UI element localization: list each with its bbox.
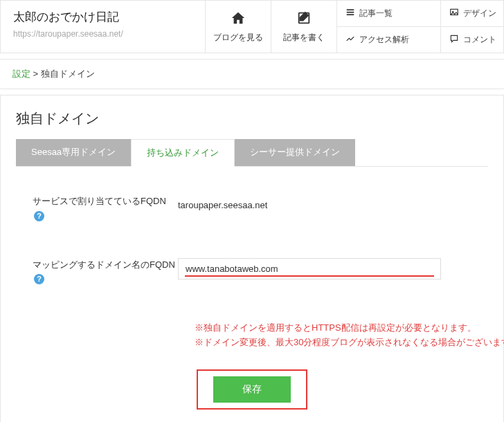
domain-input-highlight [178, 258, 441, 279]
svg-rect-3 [347, 14, 354, 15]
view-blog-button[interactable]: ブログを見る [206, 1, 271, 53]
tab-seesaa-domain[interactable]: Seesaa専用ドメイン [16, 139, 131, 166]
domain-tabs: Seesaa専用ドメイン 持ち込みドメイン シーサー提供ドメイン [16, 139, 488, 167]
label-mapping-fqdn-text: マッピングするドメイン名のFQDN [33, 259, 175, 270]
comment-label: コメント [463, 34, 496, 46]
label-assigned-fqdn: サービスで割り当てているFQDN ? [33, 194, 178, 223]
help-icon[interactable]: ? [34, 274, 44, 284]
comment-link[interactable]: コメント [441, 27, 503, 53]
write-article-label: 記事を書く [283, 32, 325, 44]
row-assigned-fqdn: サービスで割り当てているFQDN ? taroupaper.seesaa.net [33, 194, 471, 223]
access-analysis-label: アクセス解析 [359, 34, 409, 46]
article-list-link[interactable]: 記事一覧 [337, 1, 441, 27]
list-icon [345, 8, 355, 19]
page-title: 独自ドメイン [16, 109, 488, 128]
image-icon [449, 8, 459, 19]
nav-stack-2: デザイン コメント [441, 1, 503, 53]
row-mapping-fqdn: マッピングするドメイン名のFQDN ? [33, 258, 471, 287]
svg-rect-2 [347, 12, 354, 13]
tab-bring-domain[interactable]: 持ち込みドメイン [131, 139, 235, 167]
write-article-button[interactable]: 記事を書く [271, 1, 337, 53]
blog-url[interactable]: https://taroupaper.seesaa.net/ [13, 29, 192, 39]
main-sheet: 独自ドメイン Seesaa専用ドメイン 持ち込みドメイン シーサー提供ドメイン … [0, 95, 504, 422]
top-bar: 太郎のおでかけ日記 https://taroupaper.seesaa.net/… [0, 0, 504, 53]
home-icon [231, 10, 246, 28]
form-area: サービスで割り当てているFQDN ? taroupaper.seesaa.net… [16, 167, 488, 416]
blog-identity: 太郎のおでかけ日記 https://taroupaper.seesaa.net/ [1, 1, 206, 53]
value-mapping-fqdn-wrap [178, 258, 471, 279]
article-list-label: 記事一覧 [359, 8, 393, 19]
view-blog-label: ブログを見る [213, 32, 263, 44]
value-assigned-fqdn: taroupaper.seesaa.net [178, 194, 471, 210]
design-link[interactable]: デザイン [441, 1, 503, 27]
access-analysis-link[interactable]: アクセス解析 [337, 27, 441, 53]
blog-title: 太郎のおでかけ日記 [13, 9, 192, 25]
comment-icon [449, 34, 459, 46]
design-label: デザイン [463, 8, 496, 19]
breadcrumb: 設定 > 独自ドメイン [0, 59, 504, 89]
tab-seesaa-provided-domain[interactable]: シーサー提供ドメイン [235, 139, 355, 166]
chart-icon [345, 34, 355, 46]
save-button[interactable]: 保存 [213, 376, 291, 403]
breadcrumb-current: 独自ドメイン [41, 68, 95, 79]
svg-rect-1 [347, 9, 354, 10]
warning-line-1: ※独自ドメインを適用するとHTTPS配信は再設定が必要となります。 [195, 321, 471, 336]
label-assigned-fqdn-text: サービスで割り当てているFQDN [33, 196, 166, 206]
nav-stack-1: 記事一覧 アクセス解析 [337, 1, 441, 53]
warning-text: ※独自ドメインを適用するとHTTPS配信は再設定が必要となります。 ※ドメイン変… [33, 321, 471, 350]
edit-icon [296, 10, 312, 28]
help-icon[interactable]: ? [34, 211, 44, 221]
breadcrumb-parent[interactable]: 設定 [12, 68, 30, 79]
label-mapping-fqdn: マッピングするドメイン名のFQDN ? [33, 258, 178, 287]
domain-input[interactable] [178, 258, 441, 279]
save-area: 保存 [33, 369, 471, 410]
breadcrumb-sep: > [30, 68, 41, 79]
save-highlight-frame: 保存 [197, 369, 307, 410]
warning-line-2: ※ドメイン変更後、最大30分程度ブログが表示されなくなる場合がございます。 [195, 336, 471, 350]
